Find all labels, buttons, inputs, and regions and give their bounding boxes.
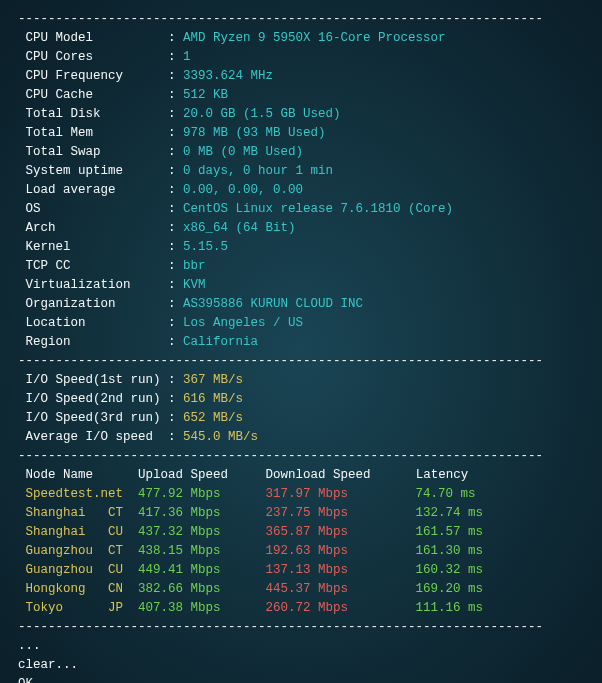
upload-speed: 437.32 Mbps <box>138 525 266 539</box>
upload-speed: 382.66 Mbps <box>138 582 266 596</box>
sys-value: 3393.624 MHz <box>183 69 273 83</box>
terminal-line: Arch : x86_64 (64 Bit) <box>18 219 584 238</box>
terminal-line: I/O Speed(3rd run) : 652 MB/s <box>18 409 584 428</box>
terminal-line: Kernel : 5.15.5 <box>18 238 584 257</box>
sys-label: CPU Frequency <box>26 69 169 83</box>
terminal-line: CPU Cores : 1 <box>18 48 584 67</box>
sys-value: 0 MB (0 MB Used) <box>183 145 303 159</box>
latency: 161.57 ms <box>416 525 484 539</box>
io-label: I/O Speed(1st run) <box>26 373 169 387</box>
terminal-line: OK <box>18 675 584 683</box>
sys-value: 1 <box>183 50 191 64</box>
node-name: Shanghai CU <box>26 525 139 539</box>
sys-value: bbr <box>183 259 206 273</box>
latency: 160.32 ms <box>416 563 484 577</box>
terminal-line: Tokyo JP 407.38 Mbps 260.72 Mbps 111.16 … <box>18 599 584 618</box>
download-speed: 317.97 Mbps <box>266 487 416 501</box>
col-node: Node Name <box>26 468 94 482</box>
terminal-line: OS : CentOS Linux release 7.6.1810 (Core… <box>18 200 584 219</box>
terminal-line: ----------------------------------------… <box>18 618 584 637</box>
latency: 161.30 ms <box>416 544 484 558</box>
sys-label: CPU Cache <box>26 88 169 102</box>
sys-label: Total Swap <box>26 145 169 159</box>
sys-value: AMD Ryzen 9 5950X 16-Core Processor <box>183 31 446 45</box>
sys-label: Location <box>26 316 169 330</box>
io-label: I/O Speed(3rd run) <box>26 411 169 425</box>
upload-speed: 438.15 Mbps <box>138 544 266 558</box>
terminal-line: System uptime : 0 days, 0 hour 1 min <box>18 162 584 181</box>
terminal-line: CPU Cache : 512 KB <box>18 86 584 105</box>
download-speed: 260.72 Mbps <box>266 601 416 615</box>
sys-value: Los Angeles / US <box>183 316 303 330</box>
terminal-line: CPU Frequency : 3393.624 MHz <box>18 67 584 86</box>
sys-label: Total Mem <box>26 126 169 140</box>
col-up: Upload Speed <box>138 468 228 482</box>
node-name: Hongkong CN <box>26 582 139 596</box>
node-name: Guangzhou CU <box>26 563 139 577</box>
divider: ----------------------------------------… <box>18 449 543 463</box>
sys-label: OS <box>26 202 169 216</box>
sys-label: TCP CC <box>26 259 169 273</box>
upload-speed: 407.38 Mbps <box>138 601 266 615</box>
sys-label: Region <box>26 335 169 349</box>
footer-clear: clear... <box>18 658 78 672</box>
sys-label: Organization <box>26 297 169 311</box>
terminal-output: ----------------------------------------… <box>18 10 584 683</box>
terminal-line: Region : California <box>18 333 584 352</box>
terminal-line: I/O Speed(2nd run) : 616 MB/s <box>18 390 584 409</box>
terminal-line: ----------------------------------------… <box>18 447 584 466</box>
node-name: Tokyo JP <box>26 601 139 615</box>
terminal-line: Total Disk : 20.0 GB (1.5 GB Used) <box>18 105 584 124</box>
terminal-line: ... <box>18 637 584 656</box>
divider: ----------------------------------------… <box>18 354 543 368</box>
upload-speed: 417.36 Mbps <box>138 506 266 520</box>
download-speed: 237.75 Mbps <box>266 506 416 520</box>
terminal-line: Virtualization : KVM <box>18 276 584 295</box>
download-speed: 137.13 Mbps <box>266 563 416 577</box>
upload-speed: 449.41 Mbps <box>138 563 266 577</box>
sys-value: x86_64 (64 Bit) <box>183 221 296 235</box>
terminal-line: Organization : AS395886 KURUN CLOUD INC <box>18 295 584 314</box>
sys-value: 5.15.5 <box>183 240 228 254</box>
io-value: 367 MB/s <box>183 373 243 387</box>
io-label: I/O Speed(2nd run) <box>26 392 169 406</box>
io-value: 545.0 MB/s <box>183 430 258 444</box>
sys-value: AS395886 KURUN CLOUD INC <box>183 297 363 311</box>
sys-label: CPU Model <box>26 31 169 45</box>
sys-value: California <box>183 335 258 349</box>
sys-label: System uptime <box>26 164 169 178</box>
footer-ok: OK <box>18 677 33 683</box>
sys-label: Kernel <box>26 240 169 254</box>
node-name: Guangzhou CT <box>26 544 139 558</box>
download-speed: 192.63 Mbps <box>266 544 416 558</box>
sys-label: Arch <box>26 221 169 235</box>
sys-value: 20.0 GB (1.5 GB Used) <box>183 107 341 121</box>
terminal-line: Average I/O speed : 545.0 MB/s <box>18 428 584 447</box>
terminal-line: Total Swap : 0 MB (0 MB Used) <box>18 143 584 162</box>
upload-speed: 477.92 Mbps <box>138 487 266 501</box>
terminal-line: ----------------------------------------… <box>18 352 584 371</box>
latency: 132.74 ms <box>416 506 484 520</box>
sys-value: CentOS Linux release 7.6.1810 (Core) <box>183 202 453 216</box>
sys-label: Load average <box>26 183 169 197</box>
terminal-line: Hongkong CN 382.66 Mbps 445.37 Mbps 169.… <box>18 580 584 599</box>
download-speed: 365.87 Mbps <box>266 525 416 539</box>
latency: 111.16 ms <box>416 601 484 615</box>
node-name: Speedtest.net <box>26 487 139 501</box>
sys-value: 0.00, 0.00, 0.00 <box>183 183 303 197</box>
sys-value: KVM <box>183 278 206 292</box>
sys-label: Virtualization <box>26 278 169 292</box>
terminal-line: Location : Los Angeles / US <box>18 314 584 333</box>
terminal-line: Guangzhou CU 449.41 Mbps 137.13 Mbps 160… <box>18 561 584 580</box>
io-value: 652 MB/s <box>183 411 243 425</box>
sys-label: CPU Cores <box>26 50 169 64</box>
terminal-line: ----------------------------------------… <box>18 10 584 29</box>
terminal-line: TCP CC : bbr <box>18 257 584 276</box>
terminal-line: Speedtest.net 477.92 Mbps 317.97 Mbps 74… <box>18 485 584 504</box>
sys-value: 978 MB (93 MB Used) <box>183 126 326 140</box>
terminal-line: clear... <box>18 656 584 675</box>
col-down: Download Speed <box>266 468 371 482</box>
terminal-line: Load average : 0.00, 0.00, 0.00 <box>18 181 584 200</box>
sys-label: Total Disk <box>26 107 169 121</box>
sys-value: 512 KB <box>183 88 228 102</box>
